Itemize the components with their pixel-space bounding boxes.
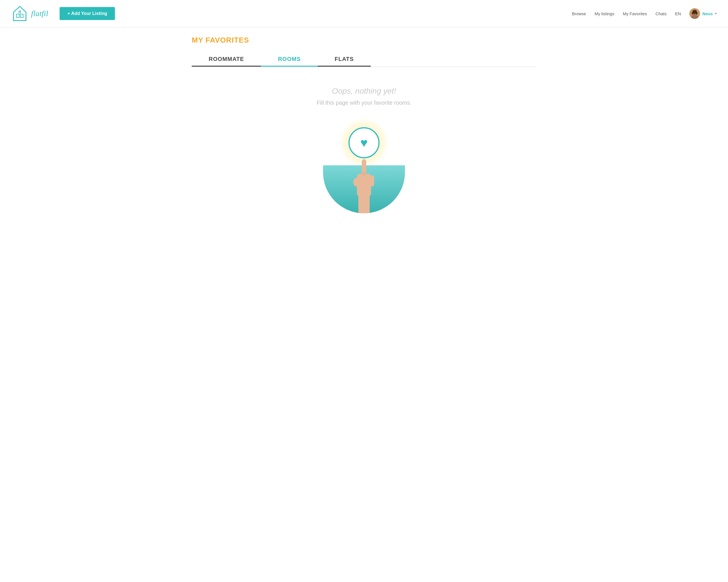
heart-icon: ♥ [360, 137, 368, 149]
language-selector[interactable]: EN [675, 11, 681, 16]
empty-subtitle: Fill this page with your favorite rooms. [317, 100, 411, 106]
user-menu[interactable]: Neus ▾ [689, 8, 717, 19]
logo-icon: ff [11, 5, 28, 22]
illustration: ♥ [324, 117, 404, 213]
add-listing-label: + Add Your Listing [68, 11, 107, 16]
svg-point-7 [692, 12, 694, 15]
nav-my-listings[interactable]: My listings [594, 11, 614, 16]
empty-title: Oops, nothing yet! [332, 87, 396, 95]
logo-text: flatfil [31, 9, 48, 18]
svg-rect-0 [17, 14, 19, 18]
svg-point-10 [362, 159, 366, 165]
tabs-divider [192, 66, 536, 67]
svg-text:ff: ff [18, 10, 21, 15]
tabs: ROOMMATE ROOMS FLATS [192, 53, 536, 66]
hand-svg [350, 157, 378, 213]
nav-browse[interactable]: Browse [572, 11, 586, 16]
svg-point-12 [353, 178, 359, 187]
svg-rect-16 [358, 195, 370, 213]
svg-point-8 [696, 12, 698, 15]
svg-rect-1 [20, 14, 23, 18]
heart-ring: ♥ [348, 127, 380, 158]
header: ff flatfil + Add Your Listing Browse My … [0, 0, 728, 27]
logo[interactable]: ff flatfil [11, 5, 48, 22]
tab-flats[interactable]: FLATS [318, 53, 371, 66]
nav-chats[interactable]: Chats [655, 11, 667, 16]
avatar [689, 8, 700, 19]
avatar-img [689, 8, 700, 19]
nav-my-favorites[interactable]: My Favorites [623, 11, 647, 16]
add-listing-button[interactable]: + Add Your Listing [59, 7, 115, 20]
page-title: MY FAVORITES [192, 36, 536, 45]
nav: Browse My listings My Favorites Chats EN… [572, 8, 717, 19]
main-content: MY FAVORITES ROOMMATE ROOMS FLATS Oops, … [180, 27, 548, 222]
svg-rect-13 [370, 175, 374, 187]
empty-state: Oops, nothing yet! Fill this page with y… [192, 78, 536, 213]
svg-rect-11 [357, 174, 371, 196]
tab-roommate[interactable]: ROOMMATE [192, 53, 261, 66]
hand-illustration [350, 157, 378, 213]
user-name: Neus [702, 11, 713, 16]
tab-rooms[interactable]: ROOMS [261, 53, 318, 66]
chevron-down-icon: ▾ [715, 11, 717, 16]
